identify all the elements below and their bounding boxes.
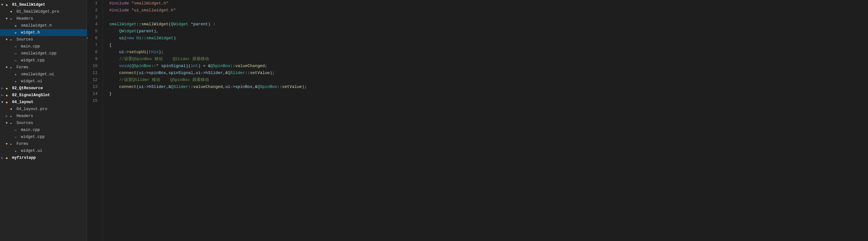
tree-arrow: ▷ [1, 87, 6, 90]
token: #include [109, 8, 129, 13]
token: Ui [134, 36, 141, 40]
token: parent [139, 29, 154, 34]
token: ui [109, 50, 124, 55]
tree-arrow: ▷ [1, 93, 6, 97]
tree-label: widget.ui [21, 79, 87, 83]
sidebar-item-proj-01[interactable]: ▼◆01_SmallWidget [0, 1, 87, 8]
sidebar-item-file-widgetui2[interactable]: ✦widget.ui [0, 147, 87, 154]
token: , [193, 71, 196, 75]
token: ) [174, 36, 176, 40]
token: ui [139, 71, 144, 75]
token: :: [245, 71, 250, 75]
token: #include [109, 1, 129, 6]
token: ); [159, 50, 164, 55]
tree-icon-project-collapsed: ◆ [6, 93, 11, 97]
code-editor: 123456789101112131415 #include "smallWid… [87, 0, 868, 241]
code-line-3 [109, 14, 868, 21]
tree-label: main.cpp [21, 128, 87, 132]
tree-label: smallwidget.h [21, 24, 87, 28]
tree-label: Sources [17, 37, 87, 42]
token [109, 71, 119, 75]
sidebar-item-file-pro[interactable]: ●01_SmallWidget.pro [0, 8, 87, 15]
line-numbers: 123456789101112131415 [87, 0, 103, 241]
token: void [119, 64, 129, 68]
tree-label: 04_layout.pro [17, 107, 87, 111]
sidebar-item-file-widgetui1[interactable]: ✦widget.ui [0, 78, 87, 85]
sidebar-item-proj-02rc[interactable]: ▷◆02_QtResource [0, 85, 87, 92]
token: valueChanged [193, 84, 223, 89]
token: :: [141, 36, 146, 40]
sidebar-item-grp-headers1[interactable]: ▼▸Headers [0, 15, 87, 22]
line-number-14: 14 [87, 91, 97, 97]
sidebar-item-file-widgetcpp2[interactable]: ⋯widget.cpp [0, 134, 87, 140]
tree-icon-folder: ▸ [10, 121, 15, 125]
token: this [149, 50, 159, 55]
sidebar-item-proj-myfirst[interactable]: ▷◆myfirstapp [0, 154, 87, 161]
token: smallWidget [146, 36, 174, 40]
token: ,& [166, 84, 171, 89]
tree-label: Headers [17, 16, 87, 21]
token: ; [304, 84, 307, 89]
tree-label: main.cpp [21, 44, 87, 49]
sidebar-item-grp-forms2[interactable]: ▼▸Forms [0, 140, 87, 147]
tree-icon-project-collapsed: ◆ [6, 87, 11, 91]
tree-label: 01_SmallWidget.pro [17, 9, 87, 14]
code-line-15 [109, 97, 868, 104]
sidebar-item-file-pro2[interactable]: ●04_layout.pro [0, 106, 87, 113]
token: "smallWidget.h" [131, 1, 168, 6]
code-container: 123456789101112131415 #include "smallWid… [87, 0, 868, 241]
sidebar-item-file-widgetcpp1[interactable]: ⋯widget.cpp [0, 57, 87, 64]
tree-label: Forms [17, 142, 87, 146]
code-line-6: ui(new Ui::smallWidget) [109, 35, 868, 42]
tree-icon-h: ◈ [14, 24, 20, 28]
sidebar-item-file-smallwidgeth[interactable]: ◈smallwidget.h [0, 22, 87, 29]
token: -> [230, 84, 235, 89]
token: ui [109, 36, 124, 40]
code-line-13: connect(ui->hSlider,&QSlider::valueChang… [109, 83, 868, 91]
token: ) = & [198, 64, 211, 68]
tree-label: smallwidget.cpp [21, 51, 87, 56]
token: //设置QSlider 移动 QSpinBox 跟着移动 [109, 77, 209, 82]
line-number-5: 5 [87, 28, 97, 35]
sidebar-item-file-widgeth[interactable]: ◈widget.h [0, 29, 87, 36]
token: ; [272, 71, 275, 75]
token: ui [225, 84, 230, 89]
tree-icon-project-collapsed: ◆ [6, 156, 11, 160]
sidebar-item-grp-forms1[interactable]: ▼▸Forms [0, 64, 87, 71]
token: ) : [208, 22, 215, 27]
tree-label: widget.h [21, 30, 87, 35]
sidebar-item-grp-sources1[interactable]: ▼▸Sources [0, 36, 87, 43]
line-number-10: 10 [87, 63, 97, 70]
tree-icon-pro: ● [10, 107, 15, 111]
line-number-9: 9 [87, 56, 97, 63]
line-number-7: 7 [87, 42, 97, 49]
sidebar-item-grp-headers2[interactable]: ▷▸Headers [0, 113, 87, 119]
line-number-15: 15 [87, 97, 97, 104]
tree-icon-folder: ▸ [10, 142, 15, 146]
token: QWidget [109, 29, 136, 34]
file-tree[interactable]: ▼◆01_SmallWidget●01_SmallWidget.pro▼▸Hea… [0, 0, 87, 241]
sidebar-item-file-smallwidgetcpp[interactable]: ⋯smallwidget.cpp [0, 50, 87, 57]
tree-arrow: ▷ [6, 114, 10, 118]
code-line-8: ui->setupUi(this); [109, 49, 868, 56]
line-number-3: 3 [87, 14, 97, 21]
token: hSlider [149, 84, 166, 89]
tree-icon-folder: ▸ [10, 114, 15, 118]
code-line-9: //设置QSpinBox 移动 QSlider 跟着移动 [109, 56, 868, 63]
sidebar-item-file-smallwidgetui[interactable]: ✦smallwidget.ui [0, 71, 87, 78]
code-line-12: //设置QSlider 移动 QSpinBox 跟着移动 [109, 76, 868, 83]
token: )( [186, 64, 191, 68]
sidebar-item-proj-02sig[interactable]: ▷◆02_SignalAngSlot [0, 92, 87, 99]
code-line-11: connect(ui->spinBox,spinSignal,ui->hSlid… [109, 70, 868, 76]
token: ui [139, 84, 144, 89]
token: -> [144, 71, 149, 75]
token: ( [136, 84, 139, 89]
sidebar-item-file-maincpp[interactable]: ⋯main.cpp [0, 43, 87, 50]
token: :: [136, 22, 142, 27]
tree-icon-ui: ✦ [14, 149, 20, 153]
tree-arrow: ▼ [6, 38, 10, 41]
sidebar-item-grp-sources2[interactable]: ▼▸Sources [0, 119, 87, 127]
sidebar-item-proj-04[interactable]: ▼◆04_layout [0, 99, 87, 106]
sidebar-item-file-maincpp2[interactable]: ⋯main.cpp [0, 127, 87, 134]
line-number-6: 6 [87, 35, 97, 42]
